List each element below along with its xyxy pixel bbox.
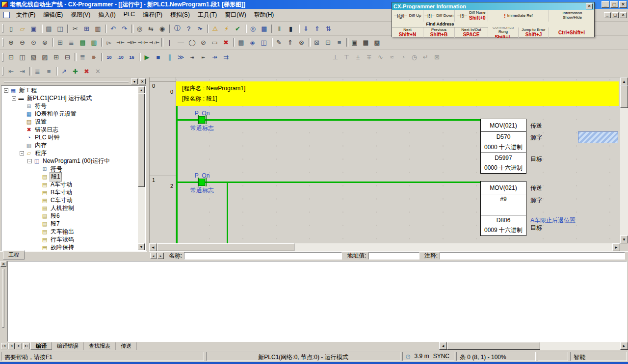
ladder-view-button[interactable]: ⊪ bbox=[88, 52, 100, 62]
scroll-down-icon[interactable] bbox=[138, 243, 145, 250]
mdi-restore-button[interactable]: ▢ bbox=[612, 12, 619, 18]
force-reset-button[interactable]: ✖ bbox=[81, 66, 92, 77]
compile-button[interactable]: ⚠ bbox=[209, 24, 221, 34]
pause-monitor-button[interactable]: ‖ bbox=[274, 24, 285, 34]
help-button[interactable]: ? bbox=[183, 24, 194, 34]
window-full-button[interactable]: ⊞ bbox=[51, 52, 62, 62]
menu-help[interactable]: 帮助(H) bbox=[250, 9, 278, 21]
scrollbar-thumb[interactable] bbox=[447, 342, 540, 350]
find-address-button[interactable]: ◉ bbox=[157, 24, 168, 34]
menu-program[interactable]: 编程(P) bbox=[139, 9, 166, 21]
monitor-stop-button[interactable]: ■ bbox=[153, 52, 164, 62]
scrollbar-thumb[interactable] bbox=[157, 243, 294, 251]
force-on-button[interactable]: ⊥ bbox=[330, 52, 341, 62]
online-edit-release-button[interactable]: ⊠ bbox=[431, 52, 443, 62]
zoom-out-button[interactable]: ⊖ bbox=[17, 37, 28, 48]
online-edit-begin-button[interactable]: ✎ bbox=[273, 37, 285, 48]
scrollbar-thumb[interactable] bbox=[138, 94, 145, 187]
mdi-close-button[interactable]: ✕ bbox=[620, 12, 627, 18]
close-button[interactable]: ✕ bbox=[619, 1, 627, 8]
scroll-left-icon[interactable] bbox=[439, 342, 447, 350]
menu-simulation[interactable]: 模拟(S) bbox=[166, 9, 194, 21]
toolbar-gripper[interactable] bbox=[2, 67, 3, 76]
tree-item-io-table[interactable]: ▦ IO表和单元设置 bbox=[2, 110, 138, 118]
about-button[interactable]: ⓘ bbox=[172, 24, 183, 34]
menu-tools[interactable]: 工具(T) bbox=[194, 9, 221, 21]
tree-item-section-6[interactable]: ▤ 段6 bbox=[2, 212, 138, 220]
pane-close-button[interactable]: ✕ bbox=[139, 78, 146, 84]
tree-scrollbar[interactable] bbox=[138, 86, 145, 250]
monitor-run-button[interactable]: ▶ bbox=[141, 52, 153, 62]
popup-titlebar[interactable]: CX-Programmer Information ✕ bbox=[392, 2, 594, 10]
window-cascade-button[interactable]: ▣ bbox=[349, 37, 360, 48]
show-rung-comments-button[interactable]: ≣ bbox=[66, 37, 77, 48]
monitor-button[interactable]: ▦ bbox=[259, 24, 270, 34]
paste-button[interactable]: ▥ bbox=[92, 24, 104, 34]
popup-close-button[interactable]: ✕ bbox=[586, 3, 593, 9]
coil-tool[interactable]: ◯ bbox=[186, 37, 198, 48]
zoom-100-button[interactable]: ⊙ bbox=[28, 37, 39, 48]
zoom-header-button[interactable]: ▧ bbox=[28, 52, 39, 62]
scrollbar-thumb[interactable] bbox=[620, 85, 628, 108]
show-monitor-data-button[interactable]: ◈ bbox=[247, 37, 258, 48]
watch-scroll-right-button[interactable]: ► bbox=[157, 253, 164, 259]
address-value-field[interactable] bbox=[368, 252, 419, 260]
minimize-button[interactable]: _ bbox=[602, 1, 609, 8]
output-tabs-prev-button[interactable]: ◄ bbox=[8, 343, 15, 349]
restore-button[interactable]: ▢ bbox=[610, 1, 618, 8]
tree-expand-toggle[interactable]: − bbox=[4, 88, 8, 93]
download-button[interactable]: ⇓ bbox=[300, 24, 312, 34]
scroll-right-icon[interactable] bbox=[612, 243, 620, 251]
name-field[interactable] bbox=[184, 252, 342, 260]
cycle-time-button[interactable]: ◷ bbox=[409, 52, 420, 62]
redo-button[interactable]: ↷ bbox=[119, 24, 130, 34]
zoom-footer-button[interactable]: ▨ bbox=[39, 52, 51, 62]
time-chart-button[interactable]: ◔ bbox=[397, 52, 409, 62]
tree-item-memory[interactable]: ▥ 内存 bbox=[2, 141, 138, 149]
comment-field[interactable] bbox=[440, 252, 625, 260]
contact-on-icon[interactable] bbox=[199, 179, 205, 186]
window-arrange-button[interactable]: ▩ bbox=[371, 37, 383, 48]
tab-transfer[interactable]: 传送 bbox=[116, 342, 137, 350]
format-decimal-button[interactable]: 10 bbox=[104, 52, 115, 62]
online-edit-cancel-button[interactable]: ⊗ bbox=[296, 37, 307, 48]
tree-expand-toggle[interactable]: − bbox=[12, 96, 16, 101]
output-gripper[interactable] bbox=[2, 269, 4, 328]
tree-item-programs[interactable]: − ▱ 程序 bbox=[2, 149, 138, 157]
force-cancel-all-button[interactable]: ✕ bbox=[92, 66, 104, 77]
program-check-button[interactable]: ✔ bbox=[232, 24, 243, 34]
pause-trigger-button[interactable]: ▮ bbox=[285, 24, 296, 34]
horizontal-line-tool[interactable]: — bbox=[175, 37, 186, 48]
output-tabs-last-button[interactable]: ►| bbox=[23, 343, 29, 349]
show-section-list-button[interactable]: ▤ bbox=[77, 37, 88, 48]
window-split-button[interactable]: ◫ bbox=[17, 52, 28, 62]
window-restore-button[interactable]: ⊟ bbox=[62, 52, 73, 62]
upload-button[interactable]: ⇑ bbox=[312, 24, 323, 34]
edit-rung-comment-button[interactable]: ▤ bbox=[236, 37, 247, 48]
tree-item-error-log[interactable]: ✖ 错误日志 bbox=[2, 126, 138, 133]
replace-button[interactable]: ⇆ bbox=[145, 24, 157, 34]
tree-expand-toggle[interactable]: − bbox=[27, 159, 32, 163]
delete-tool[interactable]: ✖ bbox=[220, 37, 232, 48]
tree-item-section-fault-hold[interactable]: ▤ 故障保持 bbox=[2, 243, 138, 250]
monitor-pause-button[interactable]: ∥ bbox=[164, 52, 175, 62]
toolbar-gripper[interactable] bbox=[2, 53, 3, 62]
show-rung-annotation-button[interactable]: ▥ bbox=[88, 37, 100, 48]
menu-insert[interactable]: 插入(I) bbox=[94, 9, 119, 21]
go-to-rung-button[interactable]: ↗ bbox=[58, 66, 70, 77]
force-off-button[interactable]: ⊤ bbox=[341, 52, 352, 62]
toolbar-gripper[interactable] bbox=[2, 24, 3, 33]
contact-no-tool[interactable]: ⊣⊢ bbox=[115, 37, 126, 48]
rung-comment-block[interactable]: [程序名 : NewProgram1] [段名称 : 段1] bbox=[176, 81, 619, 106]
instruction-block-mov[interactable]: MOV(021) #9 D806 0009 十六进制 bbox=[480, 181, 526, 236]
ladder-vertical-scrollbar[interactable] bbox=[620, 78, 628, 243]
output-tabs-first-button[interactable]: |◄ bbox=[1, 343, 7, 349]
set-value-button[interactable]: ∓ bbox=[364, 52, 375, 62]
pane-header[interactable]: ▾✕ bbox=[0, 78, 147, 85]
rung-list-button[interactable]: ≡ bbox=[43, 66, 54, 77]
contact-on-icon[interactable] bbox=[199, 116, 205, 124]
pane-gripper[interactable] bbox=[4, 81, 129, 82]
cross-reference-button[interactable]: ⊡ bbox=[322, 37, 334, 48]
tree-item-section-crane-out[interactable]: ▤ 天车输出 bbox=[2, 228, 138, 235]
tree-item-plc-clock[interactable]: ◔ PLC 时钟 bbox=[2, 133, 138, 141]
